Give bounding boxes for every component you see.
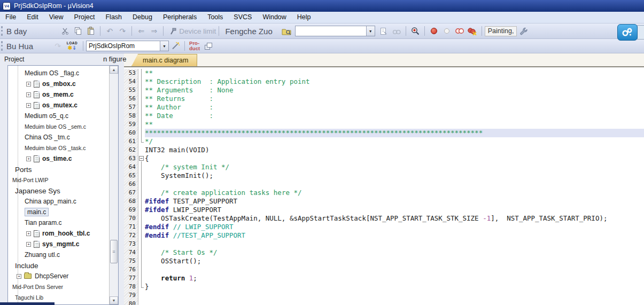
tree-scrollbar[interactable]: ▲ ≡ ▼ xyxy=(109,66,118,304)
fold-margin xyxy=(138,163,145,171)
code-line-69: 69#ifdef LWIP_SUPPORT xyxy=(124,206,644,214)
menu-flash[interactable]: Flash xyxy=(100,12,127,22)
disable-all-breakpoints-button[interactable] xyxy=(453,25,466,37)
tree-item-sys-mgmt-c[interactable]: +sys_mgmt.c xyxy=(8,239,109,249)
code-editor[interactable]: 53**54** Description : Application entry… xyxy=(124,67,644,305)
project-panel-title: Project xyxy=(4,56,24,63)
tree-item-zhuang-utl-c[interactable]: Zhuang utl.c xyxy=(8,249,109,260)
fold-margin xyxy=(138,214,145,223)
menu-project[interactable]: Project xyxy=(69,12,100,22)
project-tree: Medium OS _flag.c+os_mbox.c+os_mem.c+os_… xyxy=(8,66,109,304)
download-button[interactable]: LOAD ✱⇓ xyxy=(64,40,80,52)
tree-item-os-mem-c[interactable]: +os_mem.c xyxy=(8,89,109,100)
scrollbar-thumb[interactable]: ≡ xyxy=(110,240,118,263)
find-prev-button[interactable] xyxy=(390,25,403,37)
tree-item-rom-hook-tbl-c[interactable]: +rom_hook_tbl.c xyxy=(8,228,109,239)
cut-button[interactable] xyxy=(59,25,72,37)
tree-item-os-mbox-c[interactable]: +os_mbox.c xyxy=(8,79,109,89)
tree-item-medium-os-flag-c[interactable]: Medium OS _flag.c xyxy=(8,68,109,79)
line-number: 69 xyxy=(124,206,138,214)
ime-badge[interactable] xyxy=(617,24,638,41)
tab-main-c-diagram[interactable]: main.c diagram xyxy=(131,54,197,66)
device-limit-button[interactable] xyxy=(166,25,179,37)
tree-item-china-os-tm-c[interactable]: China OS _tm.c xyxy=(8,132,109,143)
menu-help[interactable]: Help xyxy=(292,12,316,22)
build-button[interactable]: ↷ xyxy=(51,40,64,52)
tree-item-japanese-sys[interactable]: Japanese Sys xyxy=(8,185,109,196)
fold-margin xyxy=(138,265,145,274)
open-search-folder-button[interactable] xyxy=(280,25,293,37)
magic-wand-icon xyxy=(171,42,180,50)
menu-edit[interactable]: Edit xyxy=(21,12,44,22)
code-line-62: 62INT32 main(VOID) xyxy=(124,146,644,154)
target-options-button[interactable] xyxy=(169,40,182,52)
target-combo[interactable]: PrjSdkOsIpRom ▼ xyxy=(86,41,169,51)
menu-file[interactable]: File xyxy=(0,12,21,22)
expand-plus-icon[interactable]: + xyxy=(26,242,31,247)
paste-button[interactable] xyxy=(84,25,97,37)
configure-button[interactable] xyxy=(517,25,530,37)
tree-item-medium-o5-q-c[interactable]: Medium o5_q.c xyxy=(8,111,109,121)
tree-item-os-time-c[interactable]: +os_time.c xyxy=(8,153,109,164)
menu-svcs[interactable]: SVCS xyxy=(228,12,257,22)
nav-back-icon: ⇐ xyxy=(138,27,144,35)
search-combo[interactable]: ▼ xyxy=(295,26,375,36)
code-text: } xyxy=(145,283,644,291)
undo-button[interactable]: ↶ xyxy=(103,25,116,37)
tree-item-tian-param-c[interactable]: Tian param.c xyxy=(8,217,109,228)
tree-item-dhcpserver[interactable]: +DhcpServer xyxy=(8,271,109,281)
code-text xyxy=(145,265,644,274)
nav-back-button[interactable]: ⇐ xyxy=(135,25,148,37)
tree-item-taguchi-lib[interactable]: Taguchi Lib xyxy=(8,292,109,303)
nav-forward-button[interactable]: ⇒ xyxy=(148,25,160,37)
chevron-down-icon: ▼ xyxy=(369,29,373,33)
line-number: 64 xyxy=(124,163,138,171)
line-number: 76 xyxy=(124,265,138,274)
tree-item-meduim-blue-os-sem-c[interactable]: Meduim blue OS _sem.c xyxy=(8,121,109,132)
toolbar-grip[interactable] xyxy=(1,41,4,51)
redo-button[interactable]: ↷ xyxy=(116,25,129,37)
menu-window[interactable]: Window xyxy=(257,12,291,22)
tree-item-china-app-main-c[interactable]: China app_main.c xyxy=(8,196,109,207)
tree-item-ports[interactable]: Ports xyxy=(8,164,109,175)
expand-plus-icon[interactable]: + xyxy=(26,92,31,97)
redo-icon: ↷ xyxy=(119,27,126,35)
menu-tools[interactable]: Tools xyxy=(202,12,228,22)
search-combo-dropdown[interactable]: ▼ xyxy=(366,26,375,36)
expand-plus-icon[interactable]: + xyxy=(17,274,21,279)
line-number: 68 xyxy=(124,197,138,206)
copy-button[interactable] xyxy=(72,25,84,37)
enable-disable-breakpoint-button[interactable] xyxy=(440,25,453,37)
find-next-button[interactable] xyxy=(377,25,390,37)
manage-components-button[interactable] xyxy=(201,40,214,52)
tree-item-include[interactable]: Include xyxy=(8,260,109,271)
build-overlay-label: Bu Hua xyxy=(6,42,33,51)
target-combo-dropdown[interactable]: ▼ xyxy=(160,41,168,51)
scroll-down-button[interactable]: ▼ xyxy=(110,296,118,304)
author-overlay-label: Fengche Zuo xyxy=(225,27,272,36)
expand-plus-icon[interactable]: + xyxy=(26,82,31,87)
kill-all-breakpoints-button[interactable] xyxy=(466,25,479,37)
fold-minus-icon[interactable]: − xyxy=(139,156,144,161)
scroll-up-button[interactable]: ▲ xyxy=(110,66,118,74)
menu-peripherals[interactable]: Peripherals xyxy=(158,12,202,22)
tree-item-main-c[interactable]: main.c xyxy=(8,207,109,217)
source-file-icon xyxy=(34,81,40,88)
code-text: /* create application tasks here */ xyxy=(145,189,644,197)
fold-collapse-control[interactable]: − xyxy=(138,154,145,163)
ime-icon xyxy=(620,27,634,38)
expand-plus-icon[interactable]: + xyxy=(26,231,31,236)
menu-debug[interactable]: Debug xyxy=(127,12,158,22)
tree-item-os-mutex-c[interactable]: +os_mutex.c xyxy=(8,100,109,111)
tree-item-mid-port-dns-server[interactable]: Mid-Port Dns Server xyxy=(8,281,109,292)
tree-item-label: sys_mgmt.c xyxy=(42,240,79,248)
menu-view[interactable]: View xyxy=(44,12,69,22)
toggle-breakpoint-button[interactable] xyxy=(428,25,440,37)
tree-item-meduim-blue-os-task-c[interactable]: Meduim blue OS _task.c xyxy=(8,143,109,153)
expand-plus-icon[interactable]: + xyxy=(26,103,31,108)
toolbar-grip[interactable] xyxy=(1,26,4,36)
tree-item-mid-port-lwip[interactable]: Mid-Port LWIP xyxy=(8,175,109,185)
expand-plus-icon[interactable]: + xyxy=(26,157,31,161)
find-in-files-button[interactable] xyxy=(409,25,422,37)
fold-margin xyxy=(138,283,145,291)
